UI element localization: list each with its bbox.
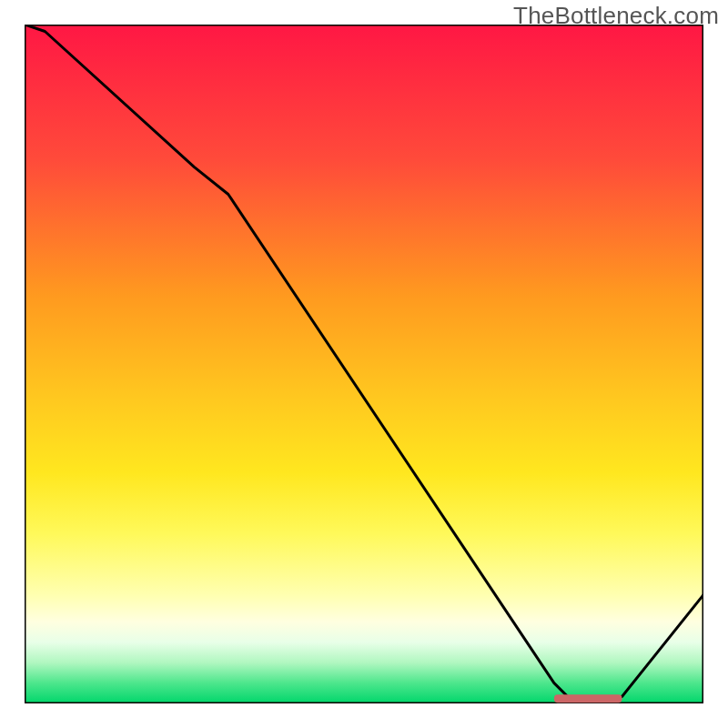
chart-svg <box>25 25 703 703</box>
gradient-background <box>25 25 703 703</box>
optimal-range-marker <box>554 694 622 703</box>
chart-container: TheBottleneck.com <box>0 0 728 728</box>
chart-plot-area <box>25 25 703 703</box>
